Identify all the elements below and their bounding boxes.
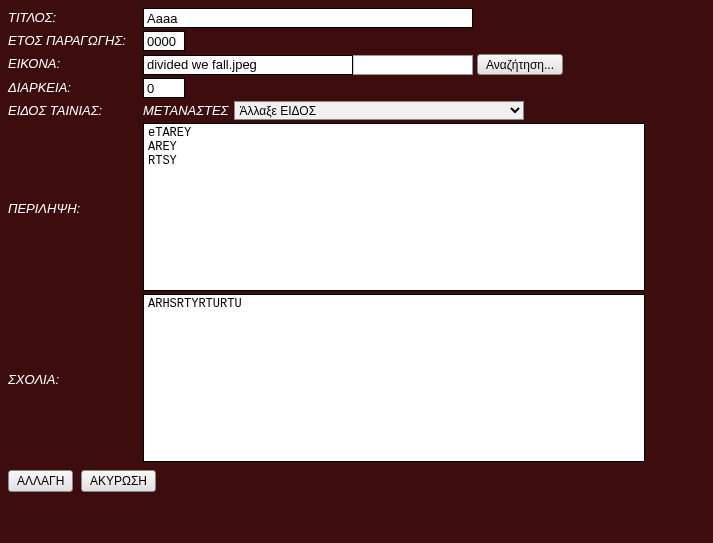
duration-label: ΔΙΑΡΚΕΙΑ: bbox=[8, 78, 143, 95]
year-row: ΕΤΟΣ ΠΑΡΑΓΩΓΗΣ: bbox=[8, 31, 705, 51]
year-label: ΕΤΟΣ ΠΑΡΑΓΩΓΗΣ: bbox=[8, 31, 143, 48]
title-input[interactable] bbox=[143, 8, 473, 28]
image-filename-input[interactable] bbox=[143, 55, 353, 75]
summary-label: ΠΕΡΙΛΗΨΗ: bbox=[8, 199, 143, 216]
file-picker: Αναζήτηση... bbox=[143, 54, 563, 75]
image-row: ΕΙΚΟΝΑ: Αναζήτηση... bbox=[8, 54, 705, 75]
comments-textarea[interactable] bbox=[143, 294, 645, 462]
title-label: ΤΙΤΛΟΣ: bbox=[8, 8, 143, 25]
cancel-button[interactable]: ΑΚΥΡΩΣΗ bbox=[81, 470, 156, 492]
change-button[interactable]: ΑΛΛΑΓΗ bbox=[8, 470, 73, 492]
file-path-box[interactable] bbox=[353, 55, 473, 75]
comments-label: ΣΧΟΛΙΑ: bbox=[8, 370, 143, 387]
genre-select[interactable]: Άλλαξε ΕΙΔΟΣ bbox=[234, 101, 524, 120]
browse-button[interactable]: Αναζήτηση... bbox=[477, 54, 563, 75]
image-label: ΕΙΚΟΝΑ: bbox=[8, 54, 143, 71]
summary-textarea[interactable] bbox=[143, 123, 645, 291]
action-buttons: ΑΛΛΑΓΗ ΑΚΥΡΩΣΗ bbox=[8, 470, 705, 492]
year-input[interactable] bbox=[143, 31, 185, 51]
duration-input[interactable] bbox=[143, 78, 185, 98]
genre-current: ΜΕΤΑΝΑΣΤΕΣ bbox=[143, 101, 228, 118]
summary-row: ΠΕΡΙΛΗΨΗ: bbox=[8, 123, 705, 291]
genre-row: ΕΙΔΟΣ ΤΑΙΝΙΑΣ: ΜΕΤΑΝΑΣΤΕΣ Άλλαξε ΕΙΔΟΣ bbox=[8, 101, 705, 120]
title-row: ΤΙΤΛΟΣ: bbox=[8, 8, 705, 28]
comments-row: ΣΧΟΛΙΑ: bbox=[8, 294, 705, 462]
duration-row: ΔΙΑΡΚΕΙΑ: bbox=[8, 78, 705, 98]
genre-label: ΕΙΔΟΣ ΤΑΙΝΙΑΣ: bbox=[8, 101, 143, 118]
